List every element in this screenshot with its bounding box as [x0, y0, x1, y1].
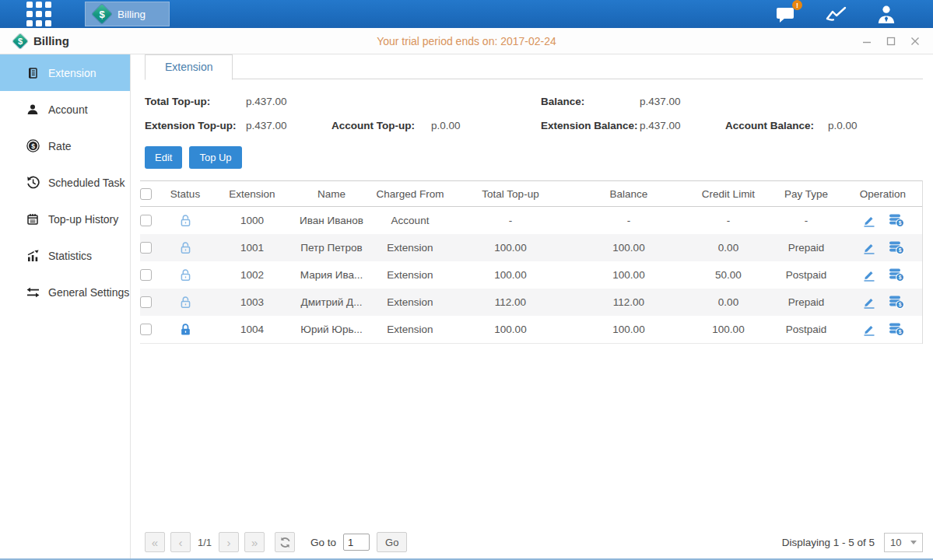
total-topup-cell: 100.00: [451, 242, 570, 254]
sidebar-item-label: Rate: [48, 140, 72, 152]
edit-icon[interactable]: [862, 269, 876, 282]
first-page-button[interactable]: «: [145, 532, 165, 552]
header-pay-type[interactable]: Pay Type: [769, 188, 844, 200]
trial-period-notice: Your trial period ends on: 2017-02-24: [0, 35, 933, 47]
operation-cell: $: [844, 214, 922, 227]
extension-balance-value: p.437.00: [640, 120, 725, 131]
svg-text:$: $: [898, 247, 901, 254]
account-balance-label: Account Balance:: [725, 120, 828, 131]
sidebar-item-label: General Settings: [48, 286, 129, 299]
edit-icon[interactable]: [862, 242, 876, 254]
top-up-coins-icon[interactable]: $: [889, 323, 904, 336]
refresh-button[interactable]: [275, 532, 295, 552]
sidebar-item-extension[interactable]: Extension: [0, 54, 130, 91]
page-size-select[interactable]: 10: [884, 533, 923, 552]
row-checkbox[interactable]: [140, 324, 152, 335]
total-topup-value: p.437.00: [246, 96, 331, 107]
tab-extension[interactable]: Extension: [145, 54, 233, 80]
balance-cell: 112.00: [570, 296, 688, 308]
top-up-coins-icon[interactable]: $: [889, 296, 904, 309]
pagination-bar: « ‹ 1/1 › » Go to Go Displaying 1: [145, 532, 923, 552]
account-person-icon: [26, 103, 40, 116]
go-button[interactable]: Go: [377, 532, 407, 552]
status-cell: [160, 296, 210, 310]
table-header-row: Status Extension Name Charged From Total…: [140, 180, 922, 207]
chevron-down-icon: [910, 541, 917, 544]
header-balance[interactable]: Balance: [570, 188, 688, 200]
row-checkbox[interactable]: [140, 296, 152, 308]
taskbar-tab-label: Billing: [118, 9, 146, 20]
prev-page-button[interactable]: ‹: [170, 532, 191, 552]
table-row: 1003 Дмитрий Д... Extension 112.00 112.0…: [140, 289, 922, 316]
sidebar-item-scheduled-task[interactable]: Scheduled Task: [0, 164, 130, 201]
total-topup-cell: 112.00: [451, 296, 570, 308]
header-total-topup[interactable]: Total Top-up: [451, 188, 570, 200]
maximize-button[interactable]: [886, 36, 896, 47]
edit-button[interactable]: Edit: [145, 146, 182, 169]
sidebar-item-rate[interactable]: $ Rate: [0, 128, 130, 164]
close-button[interactable]: [910, 36, 921, 47]
extension-cell: 1003: [210, 296, 294, 308]
credit-limit-cell: 0.00: [688, 242, 769, 254]
general-settings-sliders-icon: [26, 287, 40, 298]
header-charged-from[interactable]: Charged From: [369, 188, 451, 200]
pay-type-cell: -: [769, 215, 844, 226]
charged-from-cell: Extension: [369, 269, 451, 281]
billing-title-icon: $: [12, 33, 28, 49]
operation-cell: $: [844, 268, 922, 282]
row-checkbox[interactable]: [140, 269, 152, 281]
sidebar-item-general-settings[interactable]: General Settings: [0, 274, 130, 310]
user-account-icon[interactable]: [877, 5, 896, 24]
sidebar-item-topup-history[interactable]: Top-up History: [0, 201, 130, 237]
notifications-icon[interactable]: !: [776, 5, 796, 23]
taskbar-tab-billing[interactable]: $ Billing: [85, 2, 170, 26]
extension-balance-label: Extension Balance:: [541, 120, 640, 131]
taskbar: $ Billing !: [0, 0, 933, 28]
header-operation[interactable]: Operation: [844, 188, 922, 200]
billing-diamond-icon: $: [93, 5, 111, 23]
next-page-button[interactable]: ›: [219, 532, 239, 552]
balance-label: Balance:: [541, 96, 640, 107]
charged-from-cell: Extension: [369, 324, 451, 335]
edit-icon[interactable]: [862, 324, 876, 336]
sidebar-item-label: Top-up History: [48, 213, 118, 226]
statistics-chart-icon: [26, 250, 40, 262]
name-cell: Петр Петров: [294, 242, 369, 254]
balance-cell: -: [570, 215, 688, 226]
edit-icon[interactable]: [862, 215, 876, 227]
sidebar-item-statistics[interactable]: Statistics: [0, 237, 130, 274]
credit-limit-cell: 50.00: [688, 269, 769, 281]
status-cell: [160, 268, 210, 282]
svg-text:$: $: [898, 302, 901, 308]
sidebar-item-label: Scheduled Task: [48, 177, 125, 189]
goto-page-input[interactable]: [343, 534, 370, 551]
app-launcher-icon[interactable]: [26, 2, 51, 26]
sidebar-item-account[interactable]: Account: [0, 91, 130, 128]
header-name[interactable]: Name: [294, 188, 369, 200]
reports-chart-icon[interactable]: [826, 5, 847, 23]
top-up-coins-icon[interactable]: $: [889, 268, 904, 282]
top-up-button[interactable]: Top Up: [189, 146, 241, 169]
svg-text:$: $: [898, 220, 901, 226]
header-credit-limit[interactable]: Credit Limit: [688, 188, 769, 200]
top-up-coins-icon[interactable]: $: [889, 214, 904, 227]
row-checkbox[interactable]: [140, 215, 152, 226]
total-topup-cell: 100.00: [451, 324, 570, 335]
edit-icon[interactable]: [862, 296, 876, 309]
header-extension[interactable]: Extension: [210, 188, 294, 200]
extension-cell: 1002: [210, 269, 294, 281]
table-body: 1000 Иван Иванов Account - - - -: [140, 207, 922, 344]
charged-from-cell: Extension: [369, 296, 451, 308]
table-row: 1002 Мария Ива... Extension 100.00 100.0…: [140, 261, 922, 289]
total-topup-label: Total Top-up:: [145, 96, 246, 107]
minimize-button[interactable]: [861, 36, 872, 47]
svg-text:$: $: [898, 329, 901, 335]
topup-history-notebook-icon: [26, 213, 40, 226]
total-topup-cell: -: [451, 215, 570, 226]
row-checkbox[interactable]: [140, 242, 152, 254]
last-page-button[interactable]: »: [244, 532, 265, 552]
top-up-coins-icon[interactable]: $: [889, 241, 904, 254]
lock-open-icon: [179, 241, 192, 255]
select-all-checkbox[interactable]: [140, 188, 152, 200]
header-status[interactable]: Status: [160, 188, 210, 200]
